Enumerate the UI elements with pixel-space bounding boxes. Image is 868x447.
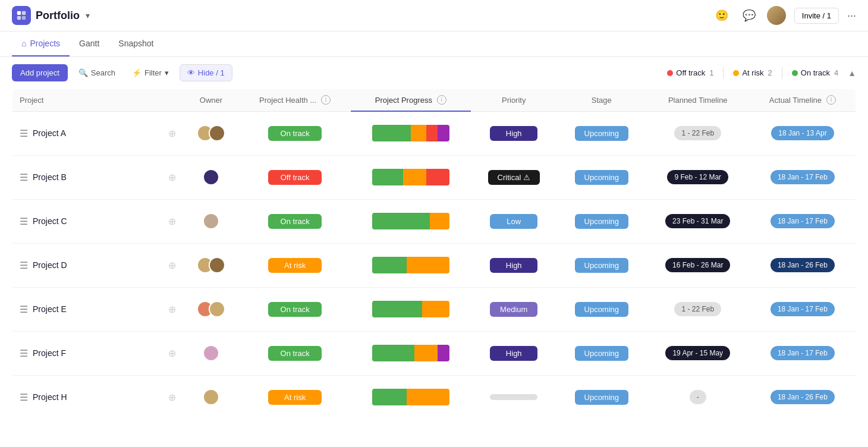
col-owner: Owner (183, 89, 239, 112)
health-badge[interactable]: On track (268, 302, 322, 317)
actual-timeline-badge[interactable]: 18 Jan - 17 Feb (770, 170, 835, 184)
add-subtask-icon[interactable]: ⊕ (168, 348, 176, 359)
add-subtask-icon[interactable]: ⊕ (168, 128, 176, 139)
stage-badge[interactable]: Upcoming (575, 258, 629, 273)
emoji-icon[interactable]: 🙂 (712, 6, 731, 25)
progress-segment (372, 345, 415, 361)
toolbar-right: Off track 1 At risk 2 On track 4 ▲ (667, 67, 856, 79)
progress-segment (414, 345, 438, 361)
stage-badge[interactable]: Upcoming (575, 170, 629, 185)
actual-timeline-badge[interactable]: 18 Jan - 17 Feb (770, 214, 835, 228)
planned-timeline-badge[interactable]: 1 - 22 Feb (674, 302, 721, 316)
owner-avatar (203, 213, 219, 229)
stage-badge[interactable]: Upcoming (575, 302, 629, 317)
search-button[interactable]: 🔍 Search (73, 65, 121, 81)
progress-info-icon[interactable]: i (437, 95, 446, 105)
project-cell: ☰ Project H ⊕ (12, 375, 183, 419)
progress-segment (430, 213, 449, 229)
actual-timeline-cell: 18 Jan - 17 Feb (750, 331, 856, 375)
actual-timeline-badge[interactable]: 18 Jan - 26 Feb (770, 258, 835, 272)
add-project-button[interactable]: Add project (12, 64, 68, 81)
title-dropdown-icon[interactable]: ▾ (86, 11, 90, 20)
status-at-risk: At risk 2 (733, 68, 772, 77)
actual-info-icon[interactable]: i (826, 95, 836, 105)
add-subtask-icon[interactable]: ⊕ (168, 260, 176, 271)
priority-badge[interactable]: High (490, 346, 537, 361)
priority-badge[interactable]: Medium (490, 302, 537, 317)
stage-cell: Upcoming (557, 375, 646, 419)
health-badge[interactable]: On track (268, 346, 322, 361)
priority-cell (471, 375, 557, 419)
table-container: Project Owner Project Health ... i (0, 89, 868, 432)
priority-badge[interactable]: High (490, 258, 537, 273)
toolbar-left: Add project 🔍 Search ⚡ Filter ▾ 👁 Hide /… (12, 64, 232, 81)
owner-avatar (203, 169, 219, 185)
avatar[interactable] (767, 6, 786, 25)
health-info-icon[interactable]: i (321, 95, 331, 105)
hide-button[interactable]: 👁 Hide / 1 (180, 64, 232, 81)
planned-timeline-badge[interactable]: 1 - 22 Feb (674, 126, 721, 140)
chat-icon[interactable]: 💬 (740, 6, 759, 25)
progress-segment (403, 169, 426, 185)
priority-cell: High (471, 111, 557, 155)
toolbar: Add project 🔍 Search ⚡ Filter ▾ 👁 Hide /… (0, 57, 868, 89)
table-row: ☰ Project B ⊕ Off trackCritical ⚠Upcomin… (12, 155, 856, 199)
filter-button[interactable]: ⚡ Filter ▾ (126, 65, 175, 81)
progress-cell (351, 375, 470, 419)
tab-gantt[interactable]: Gantt (70, 32, 109, 56)
topbar: Portfolio ▾ 🙂 💬 Invite / 1 ··· (0, 0, 868, 32)
project-icon: ☰ (20, 392, 28, 403)
progress-cell (351, 199, 470, 243)
owner-avatar (203, 389, 219, 405)
project-icon: ☰ (20, 304, 28, 315)
planned-timeline-cell: 1 - 22 Feb (646, 287, 750, 331)
priority-badge[interactable]: High (490, 126, 537, 141)
progress-segment (422, 301, 449, 317)
planned-timeline-badge[interactable]: - (690, 390, 706, 404)
collapse-button[interactable]: ▲ (848, 68, 856, 78)
add-subtask-icon[interactable]: ⊕ (168, 304, 176, 315)
owner-avatar (209, 301, 225, 317)
actual-timeline-badge[interactable]: 18 Jan - 17 Feb (770, 302, 835, 316)
col-project: Project (12, 89, 183, 112)
add-subtask-icon[interactable]: ⊕ (168, 172, 176, 183)
health-badge[interactable]: On track (268, 214, 322, 229)
divider-1 (723, 67, 724, 79)
actual-timeline-cell: 18 Jan - 26 Feb (750, 243, 856, 287)
actual-timeline-badge[interactable]: 18 Jan - 17 Feb (770, 346, 835, 360)
tab-projects[interactable]: ⌂ Projects (12, 32, 70, 56)
planned-timeline-badge[interactable]: 16 Feb - 26 Mar (665, 258, 730, 272)
tab-snapshot[interactable]: Snapshot (109, 32, 163, 56)
planned-timeline-badge[interactable]: 9 Feb - 12 Mar (667, 170, 728, 184)
actual-timeline-cell: 18 Jan - 17 Feb (750, 199, 856, 243)
health-badge[interactable]: At risk (268, 390, 322, 405)
planned-timeline-badge[interactable]: 19 Apr - 15 May (665, 346, 730, 360)
actual-timeline-badge[interactable]: 18 Jan - 13 Apr (771, 126, 834, 140)
actual-timeline-cell: 18 Jan - 13 Apr (750, 111, 856, 155)
add-subtask-icon[interactable]: ⊕ (168, 392, 176, 403)
project-name: Project F (33, 348, 66, 358)
health-cell: Off track (239, 155, 351, 199)
invite-button[interactable]: Invite / 1 (794, 8, 839, 24)
priority-badge[interactable] (490, 394, 537, 400)
stage-badge[interactable]: Upcoming (575, 126, 629, 141)
stage-badge[interactable]: Upcoming (575, 346, 629, 361)
planned-timeline-cell: 9 Feb - 12 Mar (646, 155, 750, 199)
project-cell: ☰ Project C ⊕ (12, 199, 183, 243)
health-badge[interactable]: Off track (268, 170, 322, 185)
health-badge[interactable]: At risk (268, 258, 322, 273)
stage-badge[interactable]: Upcoming (575, 214, 629, 229)
priority-badge[interactable]: Low (490, 214, 537, 229)
add-subtask-icon[interactable]: ⊕ (168, 216, 176, 227)
stage-badge[interactable]: Upcoming (575, 390, 629, 405)
priority-badge[interactable]: Critical ⚠ (488, 170, 540, 185)
actual-timeline-badge[interactable]: 18 Jan - 26 Feb (770, 390, 835, 404)
progress-cell (351, 111, 470, 155)
more-button[interactable]: ··· (847, 10, 856, 22)
priority-cell: High (471, 331, 557, 375)
health-badge[interactable]: On track (268, 126, 322, 141)
planned-timeline-cell: 23 Feb - 31 Mar (646, 199, 750, 243)
planned-timeline-badge[interactable]: 23 Feb - 31 Mar (665, 214, 730, 228)
svg-rect-0 (17, 11, 21, 15)
filter-dropdown-icon: ▾ (165, 68, 169, 77)
